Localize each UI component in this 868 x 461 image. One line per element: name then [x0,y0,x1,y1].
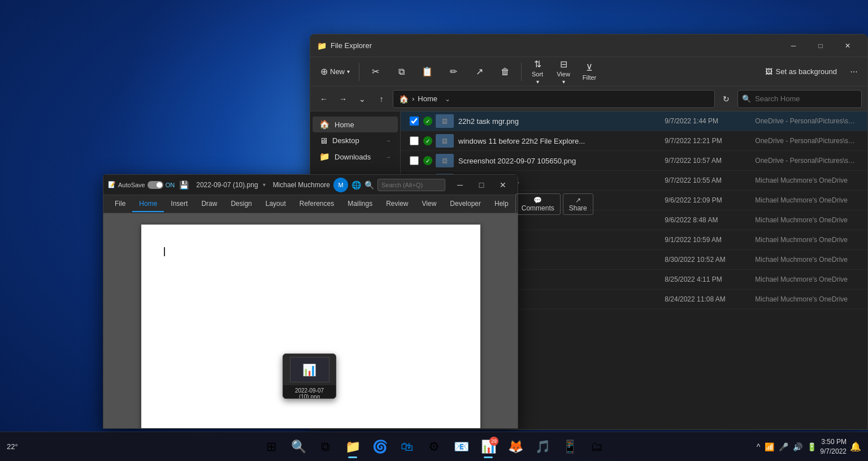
home-sidebar-icon: 🏠 [319,119,330,130]
new-button[interactable]: ⊕ New ▾ [315,59,355,84]
taskbar-spotify-button[interactable]: 🎵 [530,434,555,459]
copy-icon: ⧉ [398,67,405,77]
tab-references[interactable]: References [293,196,341,212]
file-date: 8/25/2022 4:11 PM [665,275,755,283]
taskbar-store-button[interactable]: 🛍 [394,434,419,459]
tab-home[interactable]: Home [132,196,164,212]
quick-access-save[interactable]: 💾 [179,180,189,189]
close-button[interactable]: ✕ [835,37,861,55]
spotify-icon: 🎵 [535,440,550,454]
taskbar-tooltip: 📊 2022-09-07 (10).png [283,354,336,399]
toolbar: ⊕ New ▾ ✂ ⧉ 📋 ✏ ↗ 🗑 ⇅ Sort ▾ ⊟ [310,57,867,87]
paste-button[interactable]: 📋 [415,59,440,84]
tab-insert[interactable]: Insert [164,196,194,212]
up-button[interactable]: ↑ [374,91,389,107]
path-separator: › [412,94,414,103]
delete-button[interactable]: 🗑 [493,59,518,84]
battery-icon[interactable]: 🔋 [807,442,817,451]
word-dropdown-icon[interactable]: ▾ [263,182,266,188]
tab-help[interactable]: Help [488,196,515,212]
rename-icon: ✏ [450,66,457,77]
autosave-switch[interactable] [147,181,163,189]
tab-layout[interactable]: Layout [259,196,293,212]
taskbar-file-explorer-button[interactable]: 📁 [340,434,365,459]
refresh-icon: ↻ [723,94,730,104]
forward-icon: → [339,94,347,104]
taskbar-phone-button[interactable]: 📱 [557,434,582,459]
user-avatar[interactable]: M [333,178,348,192]
address-input[interactable]: 🏠 › Home ⌄ [393,90,715,108]
dropdown-recent-button[interactable]: ⌄ [354,91,370,107]
tab-mailings[interactable]: Mailings [341,196,379,212]
taskbar-task-mgr-button[interactable]: 📊 29 [476,434,501,459]
view-button[interactable]: ⊟ View ▾ [551,59,576,84]
more-options-button[interactable]: ··· [845,63,863,81]
table-row[interactable]: ✓ 🖼 22h2 task mgr.png 9/7/2022 1:44 PM O… [401,111,867,131]
cut-icon: ✂ [372,66,379,77]
taskbar-firefox-button[interactable]: 🦊 [503,434,528,459]
copy-button[interactable]: ⧉ [389,59,414,84]
maximize-button[interactable]: □ [808,37,834,55]
file-checkbox[interactable] [410,136,419,145]
word-minimize-button[interactable]: ─ [450,177,470,193]
word-search-input[interactable] [377,179,445,191]
separator [359,63,359,81]
taskbar-task-view-button[interactable]: ⧉ [313,434,338,459]
word-controls: ─ □ ✕ [450,177,513,193]
tab-design[interactable]: Design [224,196,258,212]
back-button[interactable]: ← [316,91,332,107]
sort-button[interactable]: ⇅ Sort ▾ [525,59,550,84]
word-title-center: 2022-09-07 (10).png ▾ [193,181,268,189]
refresh-button[interactable]: ↻ [718,91,734,107]
search-input[interactable] [737,90,862,108]
taskbar-edge-button[interactable]: 🌀 [367,434,392,459]
sidebar-item-home[interactable]: 🏠 Home [313,117,398,132]
share-button[interactable]: ↗ [467,59,492,84]
tab-draw[interactable]: Draw [194,196,224,212]
table-row[interactable]: ✓ 🖼 Screenshot 2022-09-07 105650.png 9/7… [401,151,867,171]
microphone-icon[interactable]: 🎤 [779,442,788,451]
window-controls: ─ □ ✕ [780,37,861,55]
rename-button[interactable]: ✏ [441,59,466,84]
tab-developer[interactable]: Developer [443,196,488,212]
downloads-sidebar-icon: 📁 [319,152,330,162]
sidebar-item-desktop[interactable]: 🖥 Desktop → [313,133,398,148]
volume-icon[interactable]: 🔊 [793,442,802,451]
minimize-button[interactable]: ─ [780,37,806,55]
word-ribbon-tabs: File Home Insert Draw Design Layout Refe… [103,195,518,213]
filter-button[interactable]: ⊻ Filter [577,59,602,84]
taskbar-start-button[interactable]: ⊞ [259,434,284,459]
share-icon: ↗ [476,66,483,77]
forward-button[interactable]: → [335,91,351,107]
file-checkbox[interactable] [410,156,419,165]
taskbar-settings-button[interactable]: ⚙ [422,434,446,459]
search-taskbar-icon: 🔍 [291,440,306,454]
tab-review[interactable]: Review [379,196,415,212]
wifi-icon[interactable]: 📶 [765,442,774,451]
downloads-chevron-icon: → [385,154,391,160]
notification-icon[interactable]: 🔔 [850,441,861,452]
chevron-down-icon: ▾ [347,68,350,75]
taskbar-outlook-button[interactable]: 📧 [449,434,474,459]
word-close-button[interactable]: ✕ [493,177,513,193]
taskbar-explorer2-button[interactable]: 🗂 [584,434,609,459]
word-maximize-button[interactable]: □ [471,177,492,193]
file-location: Michael Muchmore's OneDrive [755,275,858,283]
share-button[interactable]: ↗ Share [563,193,593,215]
table-row[interactable]: ✓ 🖼 windows 11 before 22h2 File Explore.… [401,131,867,151]
comments-button[interactable]: 💬 Comments [515,193,561,215]
cut-button[interactable]: ✂ [363,59,388,84]
set-as-background-button[interactable]: 🖼 Set as background [758,65,844,78]
sidebar-item-downloads[interactable]: 📁 Downloads → [313,149,398,165]
plus-icon: ⊕ [320,66,328,77]
clock[interactable]: 3:50 PM 9/7/2022 [820,437,847,456]
chevron-icon[interactable]: ^ [757,442,761,451]
file-checkbox[interactable] [410,117,419,126]
task-view-icon: ⧉ [321,440,330,454]
folder-icon: 📁 [317,41,326,50]
file-explorer-taskbar-icon: 📁 [345,440,361,454]
tab-file[interactable]: File [108,196,132,212]
view-chevron-icon: ▾ [562,79,565,85]
tab-view[interactable]: View [415,196,444,212]
taskbar-search-button[interactable]: 🔍 [286,434,311,459]
